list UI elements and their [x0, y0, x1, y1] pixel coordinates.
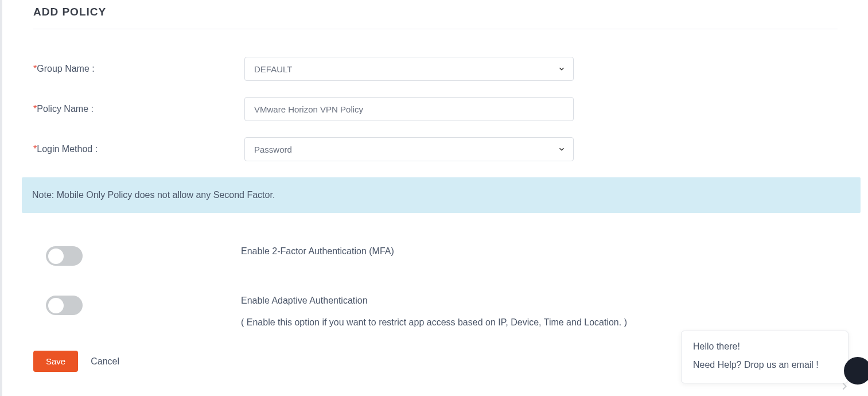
adaptive-toggle[interactable] — [46, 296, 83, 315]
policy-name-label-text: Policy Name : — [37, 104, 94, 114]
cancel-button[interactable]: Cancel — [91, 356, 119, 367]
login-method-label-text: Login Method : — [37, 144, 98, 154]
divider — [33, 29, 838, 29]
group-name-label: *Group Name : — [33, 64, 244, 74]
login-method-row: *Login Method : Password — [33, 137, 838, 161]
login-method-select[interactable]: Password — [244, 137, 574, 161]
help-greeting: Hello there! — [693, 341, 836, 352]
save-button[interactable]: Save — [33, 351, 78, 372]
group-name-select[interactable]: DEFAULT — [244, 57, 574, 81]
help-message: Need Help? Drop us an email ! — [693, 360, 836, 370]
adaptive-toggle-row: Enable Adaptive Authentication ( Enable … — [33, 296, 838, 328]
toggle-knob — [48, 298, 64, 313]
policy-name-label: *Policy Name : — [33, 104, 244, 114]
policy-name-input[interactable] — [244, 97, 574, 121]
note-box: Note: Mobile Only Policy does not allow … — [22, 177, 861, 213]
adaptive-toggle-sublabel: ( Enable this option if you want to rest… — [241, 317, 627, 328]
help-popup: Hello there! Need Help? Drop us an email… — [681, 331, 848, 383]
group-name-label-text: Group Name : — [37, 64, 94, 73]
policy-name-row: *Policy Name : — [33, 97, 838, 121]
chevron-right-icon — [838, 380, 851, 395]
login-method-label: *Login Method : — [33, 144, 244, 154]
mfa-toggle-label: Enable 2-Factor Authentication (MFA) — [241, 246, 394, 257]
page-title: ADD POLICY — [33, 6, 838, 18]
group-name-row: *Group Name : DEFAULT — [33, 57, 838, 81]
mfa-toggle-row: Enable 2-Factor Authentication (MFA) — [33, 246, 838, 266]
left-border — [0, 0, 2, 396]
adaptive-toggle-label: Enable Adaptive Authentication — [241, 296, 627, 306]
toggle-knob — [48, 249, 64, 264]
mfa-toggle[interactable] — [46, 246, 83, 266]
